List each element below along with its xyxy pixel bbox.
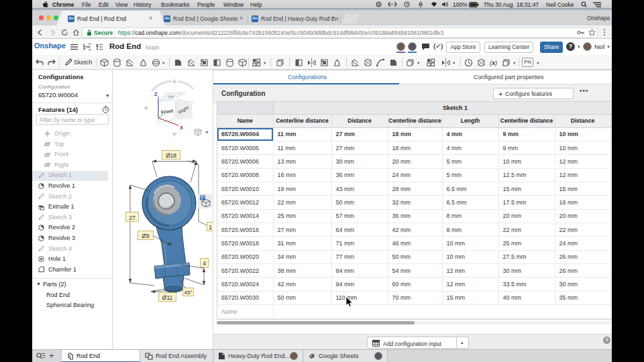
svg-text:Z: Z (154, 91, 158, 97)
svg-text:27: 27 (129, 215, 136, 221)
svg-text:X: X (180, 125, 183, 131)
svg-text:45°: 45° (184, 290, 192, 296)
svg-text:Ø18: Ø18 (166, 152, 176, 159)
svg-text:Ø9: Ø9 (142, 233, 150, 239)
svg-text:1: 1 (209, 224, 212, 231)
svg-text:Ø11: Ø11 (162, 294, 173, 301)
svg-text:4: 4 (203, 260, 206, 267)
